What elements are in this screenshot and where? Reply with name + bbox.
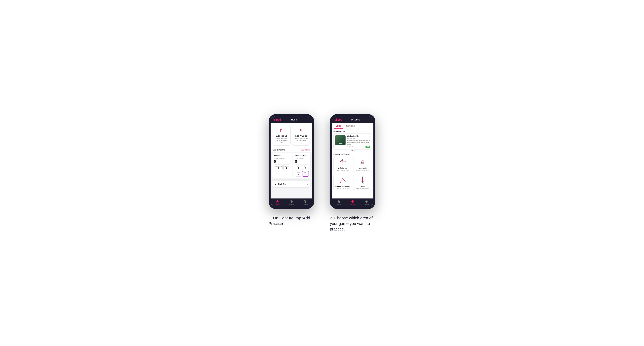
capture-icon xyxy=(304,200,307,203)
rounds-capture-value: 0 xyxy=(274,160,290,164)
featured-card[interactable]: Wedge Ladder ☆ 50–100 yds Play 1 shot at… xyxy=(334,133,372,150)
activities-icon xyxy=(290,200,293,203)
chevron-right-icon: › xyxy=(307,183,308,185)
view-activity-link[interactable]: View Activity xyxy=(301,149,310,151)
off-the-tee-title: Off The Tee xyxy=(335,167,350,169)
putting-desc: Make and lag practice xyxy=(355,188,370,189)
practice-stat-label: Practice xyxy=(284,166,289,167)
arg-value: 0 xyxy=(296,173,301,175)
phone1-section: clippd Home ≡ xyxy=(268,114,314,226)
phone1-header: clippd Home ≡ xyxy=(270,116,312,123)
app-label: APP xyxy=(303,166,308,167)
svg-point-35 xyxy=(366,201,367,202)
tab-drills[interactable]: Drills xyxy=(334,123,343,129)
skill-card-off-the-tee[interactable]: Off The Tee Power and accuracy xyxy=(334,156,352,173)
drills-capture-label: Drills Capture xyxy=(295,158,309,159)
arg-stat: ARG 0 xyxy=(295,171,302,176)
rounds-col: Rounds Rounds Capture 0 Tournament 0 xyxy=(274,155,290,176)
tee-icon xyxy=(338,158,347,167)
phone2-menu-icon[interactable]: ≡ xyxy=(369,118,371,121)
add-practice-card[interactable]: Add Practice Capture your practice off-t… xyxy=(292,125,310,146)
phone2-nav-capture[interactable]: Capture xyxy=(360,200,374,205)
divider xyxy=(272,179,310,180)
nav-activities[interactable]: Activities xyxy=(284,200,298,205)
phone2-home-icon xyxy=(337,200,340,203)
svg-point-1 xyxy=(280,132,281,132)
svg-point-25 xyxy=(345,181,346,182)
svg-point-7 xyxy=(305,201,306,202)
phone1-caption: 1. On Capture, tap 'Add Practice'. xyxy=(268,215,314,226)
page-container: clippd Home ≡ xyxy=(268,114,376,232)
dot-2 xyxy=(352,150,353,151)
skill-card-approach[interactable]: Approach Dial-in to hit the green xyxy=(353,156,372,173)
phone1-screen: clippd Home ≡ xyxy=(270,116,312,207)
svg-point-14 xyxy=(340,161,341,162)
approach-desc: Dial-in to hit the green xyxy=(355,170,370,171)
star-icon[interactable]: ☆ xyxy=(368,135,370,137)
home-icon xyxy=(276,200,279,203)
golf-bag-label: My Golf Bag xyxy=(275,183,286,185)
putting-icon xyxy=(358,176,367,184)
phone2-nav-activities[interactable]: Activities xyxy=(346,200,360,205)
phone2-section: clippd Practice ≡ Drills Favourites Most… xyxy=(330,114,376,232)
activity-row: Last 3 Months View Activity xyxy=(270,147,312,152)
phone2-bottom-nav: Home Activities xyxy=(332,198,374,207)
drills-row2: ARG 0 PUTT 4 xyxy=(295,171,309,176)
add-round-card[interactable]: Add Round Record your shots fast or enha… xyxy=(272,125,290,146)
featured-subtitle: 50–100 yds xyxy=(347,137,370,139)
add-practice-title: Add Practice xyxy=(295,135,307,137)
off-the-tee-desc: Power and accuracy xyxy=(335,170,350,171)
svg-point-24 xyxy=(340,182,341,183)
practice-drills-col: Practice Drills Drills Capture 8 OTT 0 xyxy=(295,155,309,176)
phone2-logo: clippd xyxy=(335,118,342,121)
phone1-bottom-nav: Home Activities xyxy=(270,198,312,207)
phone1-menu-icon[interactable]: ≡ xyxy=(308,118,309,121)
putt-stat: PUTT 4 xyxy=(302,171,309,176)
app-value: 4 xyxy=(303,167,308,169)
putt-value: 4 xyxy=(303,173,308,175)
featured-desc: Play 1 shot at each target yardage. If y… xyxy=(347,140,370,145)
approach-icon xyxy=(358,158,367,167)
rounds-capture-label: Rounds Capture xyxy=(274,158,290,159)
skill-card-putting[interactable]: Putting Make and lag practice xyxy=(353,174,372,191)
featured-info: Wedge Ladder ☆ 50–100 yds Play 1 shot at… xyxy=(347,135,370,148)
phone2-nav-home[interactable]: Home xyxy=(332,200,346,205)
stats-container: Rounds Rounds Capture 0 Tournament 0 xyxy=(272,153,310,178)
arg-label: ARG xyxy=(296,172,301,173)
practice-content: Most Popular Wedge Ladder ☆ 50–100 yds P… xyxy=(332,129,374,198)
phone2-nav-home-label: Home xyxy=(337,204,341,205)
rounds-title: Rounds xyxy=(274,155,290,157)
rounds-mini-stats: Tournament 0 Practice 0 xyxy=(274,165,290,170)
phone2-title: Practice xyxy=(351,118,360,121)
phone1-title: Home xyxy=(291,118,298,121)
add-practice-desc: Capture your practice off-the-course xyxy=(294,138,308,142)
svg-point-31 xyxy=(362,176,363,177)
phone1: clippd Home ≡ xyxy=(268,114,314,209)
phone2-nav-activities-label: Activities xyxy=(350,204,356,205)
app-stat: APP 4 xyxy=(302,165,309,170)
dot-indicators xyxy=(334,150,372,151)
approach-title: Approach xyxy=(355,167,370,169)
golf-bag-row[interactable]: My Golf Bag › xyxy=(272,180,310,188)
dot-3 xyxy=(354,150,355,151)
svg-point-23 xyxy=(362,161,363,161)
drills-row1: OTT 0 APP 4 xyxy=(295,165,309,170)
activity-label: Last 3 Months xyxy=(272,149,285,151)
putting-title: Putting xyxy=(355,185,370,187)
tab-favourites[interactable]: Favourites xyxy=(343,123,357,129)
tournament-value: 0 xyxy=(275,167,282,169)
atg-desc: Hone your short game xyxy=(335,188,350,189)
atg-icon xyxy=(338,176,347,184)
phone2-caption: 2. Choose which area of your game you wa… xyxy=(330,215,376,232)
flag-icon xyxy=(278,127,285,134)
drills-title: Practice Drills xyxy=(295,155,309,157)
skill-card-around-green[interactable]: Around The Green Hone your short game xyxy=(334,174,352,191)
phone1-content: Add Round Record your shots fast or enha… xyxy=(270,123,312,198)
tournament-stat: Tournament 0 xyxy=(274,165,283,170)
atg-title: Around The Green xyxy=(335,185,350,187)
nav-home[interactable]: Home xyxy=(270,200,284,205)
nav-capture[interactable]: Capture xyxy=(298,200,312,205)
phone2-header: clippd Practice ≡ xyxy=(332,116,374,123)
tabs-row: Drills Favourites xyxy=(332,123,374,129)
dot-1 xyxy=(351,150,352,151)
